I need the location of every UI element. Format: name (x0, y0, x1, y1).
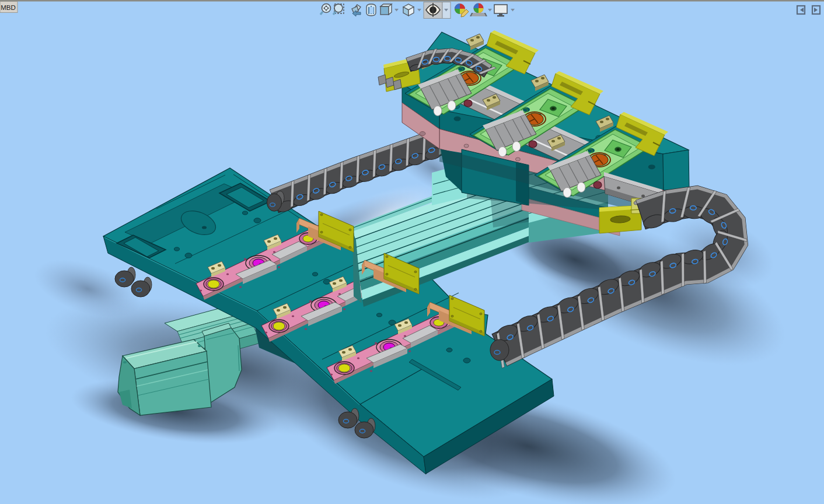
svg-text:MBD: MBD (1, 4, 16, 11)
